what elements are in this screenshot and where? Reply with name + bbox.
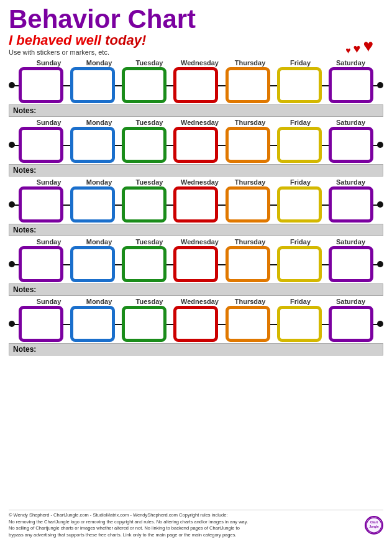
box-1-sun	[19, 67, 63, 103]
boxes-row-4	[9, 246, 383, 282]
footer-rule-3: bypass any advertising that supports the…	[9, 532, 248, 539]
box-1-thu	[226, 67, 270, 103]
box-1-fri	[277, 67, 322, 103]
week-3: Sunday Monday Tuesday Wednesday Thursday…	[9, 178, 383, 237]
day-sunday-2: Sunday	[24, 119, 74, 126]
box-1-wed	[173, 67, 218, 103]
subtitle-highlight: today!	[105, 32, 146, 48]
notes-label-5: Notes:	[13, 345, 36, 354]
footer-text: © Wendy Shepherd - ChartJungle.com - Stu…	[9, 512, 248, 538]
box-5-thu	[226, 306, 270, 342]
notes-label-2: Notes:	[13, 166, 36, 175]
box-4-tue	[122, 246, 166, 282]
boxes-2	[16, 127, 376, 163]
box-5-fri	[277, 306, 322, 342]
logo-circle: Chart Jungle	[365, 516, 383, 535]
day-sunday-5: Sunday	[24, 298, 74, 305]
day-labels-4: Sunday Monday Tuesday Wednesday Thursday…	[9, 238, 383, 246]
instructions: Use with stickers or markers, etc.	[9, 48, 383, 56]
box-4-sun	[19, 246, 63, 282]
day-monday-5: Monday	[74, 298, 124, 305]
day-labels-2: Sunday Monday Tuesday Wednesday Thursday…	[9, 119, 383, 126]
page: Behavior Chart I behaved well today! Use…	[0, 0, 392, 542]
box-3-fri	[277, 186, 322, 223]
svg-text:Chart: Chart	[370, 521, 378, 524]
box-5-wed	[173, 306, 218, 342]
day-monday-2: Monday	[74, 119, 124, 126]
day-saturday-1: Saturday	[326, 59, 376, 67]
boxes-row-1	[9, 67, 383, 103]
notes-label-4: Notes:	[13, 285, 36, 294]
heart-large: ♥	[363, 37, 373, 55]
boxes-row-3	[9, 186, 383, 223]
heart-small: ♥	[345, 46, 350, 55]
box-4-wed	[173, 246, 218, 282]
day-labels-1: Sunday Monday Tuesday Wednesday Thursday…	[9, 59, 383, 67]
box-2-wed	[173, 127, 218, 163]
day-thursday-3: Thursday	[225, 178, 275, 186]
footer-logo: Chart Jungle	[365, 516, 383, 535]
footer-top: © Wendy Shepherd - ChartJungle.com - Stu…	[9, 512, 383, 538]
notes-bar-3: Notes:	[9, 224, 383, 236]
day-friday-5: Friday	[275, 298, 326, 305]
day-labels-3: Sunday Monday Tuesday Wednesday Thursday…	[9, 178, 383, 186]
heart-medium: ♥	[353, 42, 361, 55]
footer-copyright: © Wendy Shepherd - ChartJungle.com - Stu…	[9, 512, 248, 519]
week-4: Sunday Monday Tuesday Wednesday Thursday…	[9, 238, 383, 296]
week-1: Sunday Monday Tuesday Wednesday Thursday…	[9, 59, 383, 117]
footer-rule-1: No removing the ChartJungle logo or remo…	[9, 519, 248, 526]
day-wednesday-2: Wednesday	[175, 119, 225, 126]
subtitle-pre: I behaved well	[9, 32, 105, 48]
day-wednesday-5: Wednesday	[175, 298, 225, 305]
week-5: Sunday Monday Tuesday Wednesday Thursday…	[9, 298, 383, 356]
day-sunday-1: Sunday	[24, 59, 74, 67]
notes-bar-2: Notes:	[9, 164, 383, 177]
notes-bar-5: Notes:	[9, 343, 383, 356]
box-2-sat	[329, 127, 373, 163]
header: Behavior Chart I behaved well today! Use…	[9, 6, 383, 58]
day-friday-3: Friday	[275, 178, 326, 186]
box-1-mon	[70, 67, 115, 103]
boxes-3	[16, 186, 376, 223]
box-2-fri	[277, 127, 322, 163]
boxes-5	[16, 306, 376, 342]
day-thursday-4: Thursday	[225, 238, 275, 246]
notes-label-1: Notes:	[13, 106, 36, 115]
box-4-thu	[226, 246, 270, 282]
page-title: Behavior Chart	[9, 6, 383, 32]
box-3-wed	[173, 186, 218, 223]
day-wednesday-1: Wednesday	[175, 59, 225, 67]
day-wednesday-3: Wednesday	[175, 178, 225, 186]
day-tuesday-3: Tuesday	[124, 178, 175, 186]
notes-bar-1: Notes:	[9, 104, 383, 117]
box-3-thu	[226, 186, 270, 223]
footer-rule-2: No selling of Chartjungle charts or imag…	[9, 525, 248, 532]
day-sunday-4: Sunday	[24, 238, 74, 246]
box-4-mon	[70, 246, 115, 282]
box-3-mon	[70, 186, 115, 223]
box-1-sat	[329, 67, 373, 103]
notes-bar-4: Notes:	[9, 283, 383, 296]
box-2-tue	[122, 127, 166, 163]
box-3-tue	[122, 186, 166, 223]
box-5-mon	[70, 306, 115, 342]
hearts-decoration: ♥ ♥ ♥	[345, 37, 373, 55]
day-wednesday-4: Wednesday	[175, 238, 225, 246]
day-friday-1: Friday	[275, 59, 326, 67]
box-3-sat	[329, 186, 373, 223]
day-thursday-5: Thursday	[225, 298, 275, 305]
day-thursday-1: Thursday	[225, 59, 275, 67]
day-saturday-5: Saturday	[326, 298, 376, 305]
box-1-tue	[122, 67, 166, 103]
box-4-sat	[329, 246, 373, 282]
svg-text:Jungle: Jungle	[370, 525, 379, 528]
day-monday-4: Monday	[74, 238, 124, 246]
box-2-sun	[19, 127, 63, 163]
day-saturday-4: Saturday	[326, 238, 376, 246]
day-monday-1: Monday	[74, 59, 124, 67]
notes-label-3: Notes:	[13, 226, 36, 234]
box-5-sun	[19, 306, 63, 342]
boxes-row-2	[9, 127, 383, 163]
boxes-4	[16, 246, 376, 282]
day-tuesday-2: Tuesday	[124, 119, 175, 126]
